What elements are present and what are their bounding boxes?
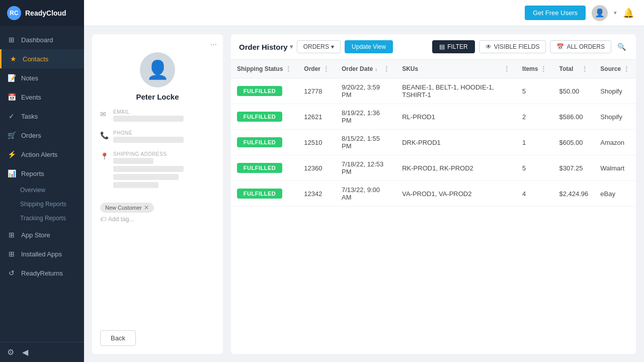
cell-skus: RK-PROD1, RK-PROD2 xyxy=(396,155,516,181)
cell-source: Shopify xyxy=(594,104,636,130)
sidebar-label-contacts: Contacts xyxy=(23,55,48,63)
filter-icon: ▤ xyxy=(439,43,445,50)
email-label: EMAIL xyxy=(113,109,215,115)
visible-fields-button[interactable]: 👁 VISIBLE FIELDS xyxy=(479,40,546,53)
col-menu-items[interactable]: ⋮ xyxy=(540,65,547,73)
reports-icon: 📊 xyxy=(7,169,16,178)
cell-order: 12360 xyxy=(298,155,336,181)
add-tag-button[interactable]: 🏷 Add tag... xyxy=(100,216,215,223)
sidebar-sub-tracking-reports[interactable]: Tracking Reports xyxy=(20,211,84,225)
cell-skus: DRK-PROD1 xyxy=(396,130,516,155)
overview-label: Overview xyxy=(20,187,45,194)
topbar: Get Free Users 👤 ▾ 🔔 xyxy=(84,0,644,26)
cell-total: $586.00 xyxy=(553,104,594,130)
table-row[interactable]: FULFILLED 12621 8/19/22, 1:36 PM RL-PROD… xyxy=(231,104,636,130)
visible-fields-label: VISIBLE FIELDS xyxy=(494,43,540,50)
sidebar-sub-shipping-reports[interactable]: Shipping Reports xyxy=(20,197,84,211)
table-row[interactable]: FULFILLED 12778 9/20/22, 3:59 PM BEANIE-… xyxy=(231,78,636,104)
cell-source: eBay xyxy=(594,181,636,207)
cell-order: 12778 xyxy=(298,78,336,104)
col-total: Total ⋮ xyxy=(553,60,594,78)
cell-order: 12621 xyxy=(298,104,336,130)
col-menu-shipping-status[interactable]: ⋮ xyxy=(285,65,292,73)
sidebar-item-reports[interactable]: 📊 Reports xyxy=(0,164,84,183)
eye-icon: 👁 xyxy=(486,43,492,50)
sidebar-logo: RC ReadyCloud xyxy=(0,0,84,26)
cell-items: 2 xyxy=(516,104,553,130)
table-row[interactable]: FULFILLED 12510 8/15/22, 1:55 PM DRK-PRO… xyxy=(231,130,636,155)
cell-status: FULFILLED xyxy=(231,78,298,104)
col-menu-order[interactable]: ⋮ xyxy=(323,65,330,73)
col-items: Items ⋮ xyxy=(516,60,553,78)
update-view-button[interactable]: Update View xyxy=(345,40,393,53)
sidebar-label-app-store: App Store xyxy=(21,231,50,239)
settings-icon[interactable]: ⚙ xyxy=(7,347,14,357)
search-button[interactable]: 🔍 xyxy=(615,41,628,53)
orders-filter-button[interactable]: ORDERS ▾ xyxy=(297,40,341,53)
order-table: Shipping Status ⋮ Order ⋮ xyxy=(231,60,636,354)
notes-icon: 📝 xyxy=(7,73,16,82)
sidebar-label-action-alerts: Action Alerts xyxy=(21,151,57,158)
sidebar-label-orders: Orders xyxy=(21,132,41,139)
col-menu-source[interactable]: ⋮ xyxy=(623,65,630,73)
sidebar-item-tasks[interactable]: ✓ Tasks xyxy=(0,107,84,126)
order-history-title-button[interactable]: Order History ▾ xyxy=(239,43,293,51)
col-skus: SKUs ⋮ xyxy=(396,60,516,78)
contact-address-field: 📍 SHIPPING ADDRESS xyxy=(100,151,215,190)
cell-items: 1 xyxy=(516,130,553,155)
collapse-icon[interactable]: ◀ xyxy=(22,347,28,357)
chevron-down-icon: ▾ xyxy=(614,10,617,16)
notification-icon[interactable]: 🔔 xyxy=(623,8,634,19)
cell-items: 5 xyxy=(516,78,553,104)
sidebar-item-orders[interactable]: 🛒 Orders xyxy=(0,126,84,145)
sidebar-label-tasks: Tasks xyxy=(21,113,38,120)
tag-remove-icon[interactable]: ✕ xyxy=(144,204,149,211)
cell-status: FULFILLED xyxy=(231,130,298,155)
sidebar-item-events[interactable]: 📅 Events xyxy=(0,87,84,107)
sidebar-nav: ⊞ Dashboard ★ Contacts 📝 Notes 📅 Events … xyxy=(0,26,84,342)
add-tag-label: Add tag... xyxy=(108,216,134,223)
table-row[interactable]: FULFILLED 12360 7/18/22, 12:53 PM RK-PRO… xyxy=(231,155,636,181)
sort-icon-date[interactable]: ↓ xyxy=(375,66,378,72)
get-free-users-button[interactable]: Get Free Users xyxy=(525,6,586,20)
status-badge: FULFILLED xyxy=(237,112,282,122)
cell-status: FULFILLED xyxy=(231,181,298,207)
back-button[interactable]: Back xyxy=(100,330,136,346)
sidebar-item-ready-returns[interactable]: ↺ ReadyReturns xyxy=(0,263,84,283)
email-icon: ✉ xyxy=(100,110,108,118)
contact-back: Back xyxy=(100,320,215,346)
orders-icon: 🛒 xyxy=(7,131,16,140)
col-menu-skus[interactable]: ⋮ xyxy=(503,65,510,73)
sidebar-item-notes[interactable]: 📝 Notes xyxy=(0,68,84,87)
orders-chevron-icon: ▾ xyxy=(331,43,334,50)
status-badge: FULFILLED xyxy=(237,163,282,173)
cell-source: Amazon xyxy=(594,130,636,155)
col-menu-date[interactable]: ⋮ xyxy=(383,65,390,73)
avatar: 👤 xyxy=(140,52,175,87)
sidebar-bottom: ⚙ ◀ xyxy=(0,342,84,362)
filter-button[interactable]: ▤ FILTER xyxy=(432,40,474,53)
col-menu-total[interactable]: ⋮ xyxy=(581,65,588,73)
col-order-date: Order Date ↓ ⋮ xyxy=(336,60,396,78)
sidebar-item-dashboard[interactable]: ⊞ Dashboard xyxy=(0,30,84,49)
avatar[interactable]: 👤 xyxy=(592,5,608,21)
address-line-4 xyxy=(113,182,158,188)
order-history-panel: Order History ▾ ORDERS ▾ Update View ▤ F… xyxy=(231,34,636,354)
cell-skus: VA-PROD1, VA-PROD2 xyxy=(396,181,516,207)
sidebar-item-action-alerts[interactable]: ⚡ Action Alerts xyxy=(0,145,84,164)
tasks-icon: ✓ xyxy=(7,112,16,121)
table-row[interactable]: FULFILLED 12342 7/13/22, 9:00 AM VA-PROD… xyxy=(231,181,636,207)
cell-date: 8/19/22, 1:36 PM xyxy=(336,104,396,130)
tag-icon: 🏷 xyxy=(100,216,106,223)
all-orders-button[interactable]: 📅 ALL ORDERS xyxy=(550,40,611,53)
sidebar-item-app-store[interactable]: ⊞ App Store xyxy=(0,225,84,244)
sidebar-label-notes: Notes xyxy=(21,74,38,82)
contact-email-field: ✉ EMAIL xyxy=(100,109,215,123)
sidebar-item-contacts[interactable]: ★ Contacts xyxy=(0,49,84,68)
sidebar-sub-overview[interactable]: Overview xyxy=(20,183,84,197)
chevron-down-icon: ▾ xyxy=(290,43,293,50)
cell-total: $50.00 xyxy=(553,78,594,104)
sidebar-item-installed-apps[interactable]: ⊞ Installed Apps xyxy=(0,244,84,263)
tag-label: New Customer xyxy=(105,205,142,211)
contact-menu-icon[interactable]: ··· xyxy=(210,40,217,49)
